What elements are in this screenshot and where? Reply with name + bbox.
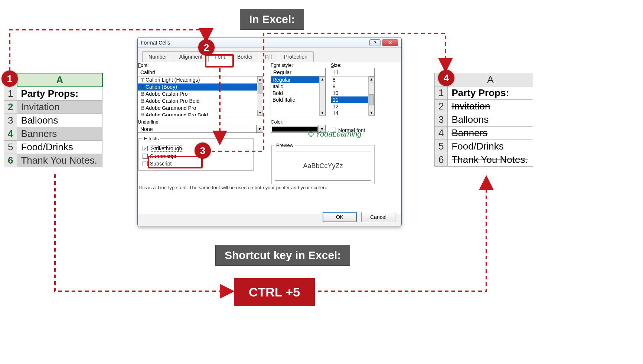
list-item[interactable]: 🖶Adobe Caslon Pro xyxy=(138,91,263,98)
cell[interactable]: Food/Drinks xyxy=(17,141,102,154)
scroll-track[interactable]: ▲ ▼ xyxy=(368,76,374,116)
effects-legend: Effects xyxy=(143,136,160,141)
list-item[interactable]: 8 xyxy=(331,76,374,83)
col-header: A xyxy=(17,73,102,87)
tab-border[interactable]: Border xyxy=(231,51,259,62)
scroll-track[interactable]: ▲ ▼ xyxy=(257,76,263,116)
list-item[interactable]: 14 xyxy=(331,110,374,116)
list-item[interactable]: 🖶Adobe Garamond Pro Bold xyxy=(138,112,263,116)
header-shortcut: Shortcut key in Excel: xyxy=(215,245,350,266)
cell[interactable]: Banners xyxy=(17,127,102,141)
preview-sample: AaBbCcYyZz xyxy=(275,151,371,181)
cell: Party Props: xyxy=(448,86,533,100)
list-item[interactable]: Bold xyxy=(271,90,325,96)
list-item[interactable]: Bold Italic xyxy=(271,96,325,103)
row-head: 3 xyxy=(435,113,448,127)
step-1-circle: 1 xyxy=(1,70,18,87)
row-head: 2 xyxy=(435,100,448,113)
cell[interactable]: Invitation xyxy=(17,101,102,114)
ok-button[interactable]: OK xyxy=(323,212,357,222)
font-input[interactable]: Calibri xyxy=(138,68,263,76)
scroll-up-icon[interactable]: ▲ xyxy=(320,76,325,82)
preview-group: Preview AaBbCcYyZz xyxy=(271,142,375,184)
close-button[interactable]: ✕ xyxy=(382,39,398,46)
scroll-down-icon[interactable]: ▼ xyxy=(257,110,263,116)
sheet-after: A 1Party Props: 2Invitation 3Balloons 4B… xyxy=(434,73,533,167)
list-item[interactable]: 🖶Adobe Garamond Pro xyxy=(138,105,263,112)
scroll-up-icon[interactable]: ▲ xyxy=(257,76,263,82)
list-item[interactable]: 🖶Adobe Caslon Pro Bold xyxy=(138,98,263,105)
font-label: Font: xyxy=(138,62,264,68)
font-style-input[interactable]: Regular xyxy=(271,68,326,76)
cell: Balloons xyxy=(448,113,533,127)
step-2-circle: 2 xyxy=(198,39,215,56)
dialog-title-text: Format Cells xyxy=(141,40,170,46)
scroll-down-icon[interactable]: ▼ xyxy=(369,110,374,116)
row-head: 5 xyxy=(4,141,17,154)
cell[interactable]: Balloons xyxy=(17,114,102,127)
checkbox-icon xyxy=(143,146,148,151)
cell: Food/Drinks xyxy=(448,140,533,153)
cell[interactable]: Party Props: xyxy=(17,87,102,101)
scroll-thumb[interactable] xyxy=(258,83,262,94)
tab-protection[interactable]: Protection xyxy=(278,51,314,62)
row-head: 1 xyxy=(435,86,448,100)
tab-body: Font: Calibri 𝕋Calibri Light (Headings) … xyxy=(138,62,401,214)
highlight-strikethrough xyxy=(148,156,203,168)
underline-label: Underline: xyxy=(138,119,264,125)
format-cells-dialog: Format Cells ? ✕ Number Alignment Font B… xyxy=(137,37,402,226)
shortcut-key: CTRL +5 xyxy=(234,278,315,306)
highlight-font-tab xyxy=(205,54,234,68)
header-in-excel: In Excel: xyxy=(240,9,304,30)
list-item[interactable]: 11 xyxy=(331,96,374,103)
list-item[interactable]: 𝕋Calibri Light (Headings) xyxy=(138,76,263,83)
size-label: Size: xyxy=(331,62,375,68)
list-item[interactable]: 12 xyxy=(331,103,374,110)
strikethrough-label: Strikethrough xyxy=(150,145,183,152)
dialog-titlebar: Format Cells ? ✕ xyxy=(138,37,401,48)
color-label: Color: xyxy=(271,119,326,125)
dialog-buttons: OK Cancel xyxy=(323,212,395,222)
list-item[interactable]: 10 xyxy=(331,90,374,96)
row-head: 4 xyxy=(4,127,17,141)
scroll-down-icon[interactable]: ▼ xyxy=(320,110,325,116)
font-list[interactable]: 𝕋Calibri Light (Headings) 𝕋Calibri (Body… xyxy=(138,76,263,116)
col-header: A xyxy=(448,73,533,86)
row-head: 3 xyxy=(4,114,17,127)
scroll-track[interactable]: ▲ ▼ xyxy=(319,76,325,116)
font-style-list[interactable]: Regular Italic Bold Bold Italic ▲ ▼ xyxy=(271,76,326,116)
chevron-down-icon[interactable]: ▼ xyxy=(257,125,263,133)
list-item[interactable]: Italic xyxy=(271,83,325,90)
sheet-before: A 1Party Props: 2Invitation 3Balloons 4B… xyxy=(4,73,103,167)
size-list[interactable]: 8 9 10 11 12 14 ▲ ▼ xyxy=(331,76,375,116)
row-head: 5 xyxy=(435,140,448,153)
row-head: 6 xyxy=(4,154,17,167)
scroll-up-icon[interactable]: ▲ xyxy=(369,76,374,82)
underline-dropdown[interactable]: None ▼ xyxy=(138,125,263,133)
tab-number[interactable]: Number xyxy=(142,51,173,62)
underline-value: None xyxy=(138,125,257,133)
list-item[interactable]: 9 xyxy=(331,83,374,90)
step-3-circle: 3 xyxy=(195,142,211,159)
row-head: 2 xyxy=(4,101,17,114)
scroll-thumb[interactable] xyxy=(369,94,374,105)
row-head: 6 xyxy=(435,153,448,167)
row-head: 1 xyxy=(4,87,17,101)
size-input[interactable]: 11 xyxy=(331,68,375,76)
cell: Thank You Notes. xyxy=(448,153,533,167)
cell: Banners xyxy=(448,127,533,140)
checkbox-icon xyxy=(143,161,148,166)
checkbox-icon xyxy=(143,154,148,159)
help-button[interactable]: ? xyxy=(369,39,381,46)
font-style-label: Font style: xyxy=(271,62,326,68)
cancel-button[interactable]: Cancel xyxy=(361,212,395,222)
tab-fill[interactable]: Fill xyxy=(259,51,278,62)
footer-text: This is a TrueType font. The same font w… xyxy=(138,185,327,190)
list-item[interactable]: 𝕋Calibri (Body) xyxy=(138,83,263,91)
tab-strip: Number Alignment Font Border Fill Protec… xyxy=(138,48,401,62)
cell[interactable]: Thank You Notes. xyxy=(17,154,102,167)
preview-legend: Preview xyxy=(275,142,295,148)
list-item[interactable]: Regular xyxy=(271,76,325,83)
row-head: 4 xyxy=(435,127,448,140)
step-4-circle: 4 xyxy=(438,70,454,86)
